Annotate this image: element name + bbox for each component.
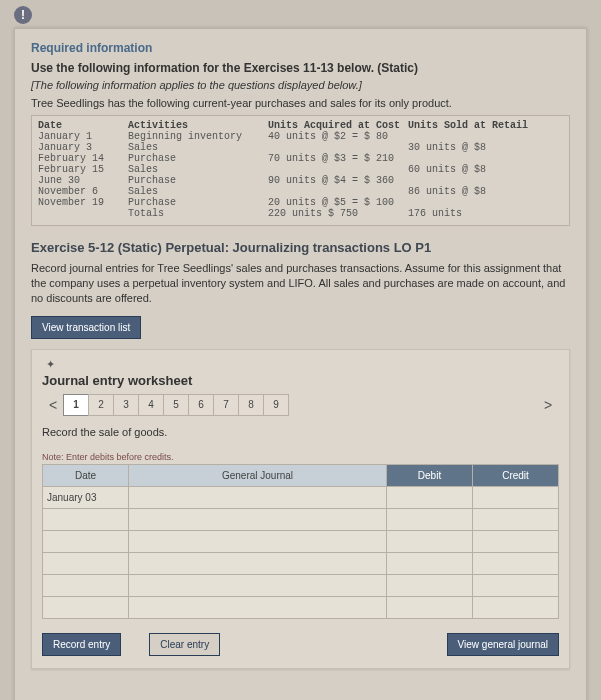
cell-credit[interactable] <box>473 530 559 552</box>
td-date: November 19 <box>38 197 128 208</box>
tab-6[interactable]: 6 <box>188 394 214 416</box>
tab-7[interactable]: 7 <box>213 394 239 416</box>
td-date: February 15 <box>38 164 128 175</box>
cell-date[interactable] <box>43 530 129 552</box>
intro-bold: Use the following information for the Ex… <box>31 61 570 75</box>
journal-worksheet-card: ✦ Journal entry worksheet < 1 2 3 4 5 6 … <box>31 349 570 669</box>
tab-3[interactable]: 3 <box>113 394 139 416</box>
cell-debit[interactable] <box>387 574 473 596</box>
view-transaction-list-button[interactable]: View transaction list <box>31 316 141 339</box>
td-sold: 60 units @ $8 <box>408 164 563 175</box>
cell-debit[interactable] <box>387 552 473 574</box>
cell-account[interactable] <box>129 552 387 574</box>
clear-entry-button[interactable]: Clear entry <box>149 633 220 656</box>
cell-credit[interactable] <box>473 574 559 596</box>
td-act: Purchase <box>128 175 268 186</box>
td-acq: 220 units $ 750 <box>268 208 408 219</box>
info-icon: ! <box>14 6 32 24</box>
exercise-body: Record journal entries for Tree Seedling… <box>31 261 570 306</box>
td-acq: 70 units @ $3 = $ 210 <box>268 153 408 164</box>
col-debit-header: Debit <box>387 464 473 486</box>
tab-9[interactable]: 9 <box>263 394 289 416</box>
td-act: Sales <box>128 142 268 153</box>
td-act: Totals <box>128 208 268 219</box>
td-date: June 30 <box>38 175 128 186</box>
data-table: Date Activities Units Acquired at Cost U… <box>31 115 570 226</box>
td-date: January 3 <box>38 142 128 153</box>
tab-prev-button[interactable]: < <box>42 394 64 416</box>
tab-8[interactable]: 8 <box>238 394 264 416</box>
td-acq <box>268 186 408 197</box>
cell-account[interactable] <box>129 486 387 508</box>
question-panel: Required information Use the following i… <box>14 28 587 700</box>
cell-debit[interactable] <box>387 486 473 508</box>
td-act: Purchase <box>128 197 268 208</box>
cell-credit[interactable] <box>473 552 559 574</box>
cell-date[interactable]: January 03 <box>43 486 129 508</box>
entry-instruction: Record the sale of goods. <box>42 426 559 438</box>
tab-4[interactable]: 4 <box>138 394 164 416</box>
tab-2[interactable]: 2 <box>88 394 114 416</box>
th-sold: Units Sold at Retail <box>408 120 563 131</box>
td-act: Sales <box>128 186 268 197</box>
cell-credit[interactable] <box>473 508 559 530</box>
td-sold <box>408 153 563 164</box>
td-sold: 86 units @ $8 <box>408 186 563 197</box>
exercise-title: Exercise 5-12 (Static) Perpetual: Journa… <box>31 240 570 255</box>
cell-date[interactable] <box>43 574 129 596</box>
cell-account[interactable] <box>129 508 387 530</box>
td-acq <box>268 142 408 153</box>
td-sold: 176 units <box>408 208 563 219</box>
cell-date[interactable] <box>43 552 129 574</box>
td-act: Beginning inventory <box>128 131 268 142</box>
td-date <box>38 208 128 219</box>
record-entry-button[interactable]: Record entry <box>42 633 121 656</box>
th-date: Date <box>38 120 128 131</box>
td-acq: 40 units @ $2 = $ 80 <box>268 131 408 142</box>
cell-debit[interactable] <box>387 508 473 530</box>
view-general-journal-button[interactable]: View general journal <box>447 633 559 656</box>
th-activities: Activities <box>128 120 268 131</box>
td-sold <box>408 175 563 186</box>
tab-5[interactable]: 5 <box>163 394 189 416</box>
entry-tabs: < 1 2 3 4 5 6 7 8 9 > <box>42 394 559 416</box>
cell-debit[interactable] <box>387 596 473 618</box>
cell-credit[interactable] <box>473 596 559 618</box>
col-date-header: Date <box>43 464 129 486</box>
cell-date[interactable] <box>43 596 129 618</box>
required-info-heading: Required information <box>31 41 570 55</box>
journal-grid: Date General Journal Debit Credit Januar… <box>42 464 559 619</box>
td-acq <box>268 164 408 175</box>
td-sold <box>408 131 563 142</box>
tab-next-button[interactable]: > <box>537 394 559 416</box>
cell-account[interactable] <box>129 574 387 596</box>
cell-debit[interactable] <box>387 530 473 552</box>
intro-body: Tree Seedlings has the following current… <box>31 97 570 109</box>
td-date: February 14 <box>38 153 128 164</box>
entry-note: Note: Enter debits before credits. <box>42 452 559 462</box>
col-credit-header: Credit <box>473 464 559 486</box>
th-acquired: Units Acquired at Cost <box>268 120 408 131</box>
td-sold <box>408 197 563 208</box>
td-acq: 20 units @ $5 = $ 100 <box>268 197 408 208</box>
cell-credit[interactable] <box>473 486 559 508</box>
td-act: Purchase <box>128 153 268 164</box>
journal-worksheet-title: Journal entry worksheet <box>42 373 559 388</box>
tab-1[interactable]: 1 <box>63 394 89 416</box>
td-sold: 30 units @ $8 <box>408 142 563 153</box>
pointer-icon: ✦ <box>42 358 58 371</box>
td-date: November 6 <box>38 186 128 197</box>
col-gj-header: General Journal <box>129 464 387 486</box>
cell-date[interactable] <box>43 508 129 530</box>
td-acq: 90 units @ $4 = $ 360 <box>268 175 408 186</box>
cell-account[interactable] <box>129 530 387 552</box>
intro-italic: [The following information applies to th… <box>31 79 570 91</box>
td-date: January 1 <box>38 131 128 142</box>
td-act: Sales <box>128 164 268 175</box>
cell-account[interactable] <box>129 596 387 618</box>
